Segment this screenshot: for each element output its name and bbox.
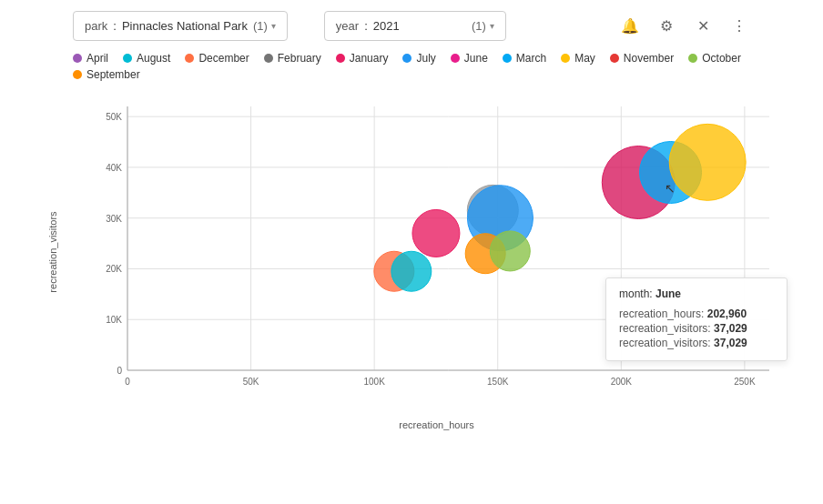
- legend-label: December: [198, 52, 249, 65]
- legend-dot: [264, 54, 273, 63]
- park-filter-count: (1) ▾: [253, 19, 276, 33]
- settings-icon[interactable]: ✕: [692, 15, 714, 37]
- year-filter[interactable]: year: 2021 (1) ▾: [324, 11, 506, 41]
- scatter-chart: [77, 88, 797, 416]
- year-filter-count: (1) ▾: [472, 19, 494, 33]
- legend-item-july: July: [402, 52, 435, 65]
- legend-dot: [336, 54, 345, 63]
- legend-item-march: March: [503, 52, 546, 65]
- year-chevron-icon: ▾: [490, 21, 494, 31]
- x-axis-label: recreation_hours: [77, 419, 796, 430]
- legend-item-january: January: [336, 52, 389, 65]
- filter-icon[interactable]: ⚙: [655, 15, 677, 37]
- legend-dot: [73, 54, 82, 63]
- toolbar-icons: 🔔 ⚙ ✕ ⋮: [619, 15, 750, 37]
- y-axis-label: recreation_visitors: [47, 211, 58, 292]
- legend-dot: [123, 54, 132, 63]
- park-chevron-icon: ▾: [271, 21, 276, 31]
- legend-label: August: [137, 52, 170, 65]
- legend-item-october: October: [688, 52, 741, 65]
- year-filter-key: year: [336, 19, 359, 33]
- chart-legend: AprilAugustDecemberFebruaryJanuaryJulyJu…: [0, 52, 823, 88]
- legend-dot: [561, 54, 570, 63]
- legend-label: November: [624, 52, 674, 65]
- legend-label: July: [416, 52, 435, 65]
- legend-item-april: April: [73, 52, 108, 65]
- legend-label: September: [86, 68, 140, 81]
- legend-item-november: November: [610, 52, 674, 65]
- legend-item-february: February: [264, 52, 321, 65]
- legend-label: May: [574, 52, 595, 65]
- park-filter[interactable]: park: Pinnacles National Park (1) ▾: [73, 11, 288, 41]
- year-filter-value: 2021: [373, 19, 400, 33]
- legend-label: January: [350, 52, 389, 65]
- legend-dot: [688, 54, 697, 63]
- legend-dot: [503, 54, 512, 63]
- top-bar: park: Pinnacles National Park (1) ▾ year…: [0, 0, 823, 52]
- legend-dot: [451, 54, 460, 63]
- legend-item-june: June: [451, 52, 488, 65]
- legend-dot: [185, 54, 194, 63]
- legend-item-may: May: [561, 52, 595, 65]
- legend-item-august: August: [123, 52, 170, 65]
- more-icon[interactable]: ⋮: [728, 15, 750, 37]
- legend-label: February: [278, 52, 321, 65]
- legend-item-september: September: [73, 68, 140, 81]
- alert-icon[interactable]: 🔔: [619, 15, 641, 37]
- legend-dot: [73, 70, 82, 79]
- legend-label: March: [516, 52, 546, 65]
- legend-label: June: [464, 52, 488, 65]
- park-filter-value: Pinnacles National Park: [122, 19, 248, 33]
- legend-dot: [610, 54, 619, 63]
- legend-label: April: [86, 52, 108, 65]
- legend-label: October: [702, 52, 741, 65]
- legend-dot: [402, 54, 412, 63]
- legend-item-december: December: [185, 52, 249, 65]
- park-filter-key: park: [85, 19, 107, 33]
